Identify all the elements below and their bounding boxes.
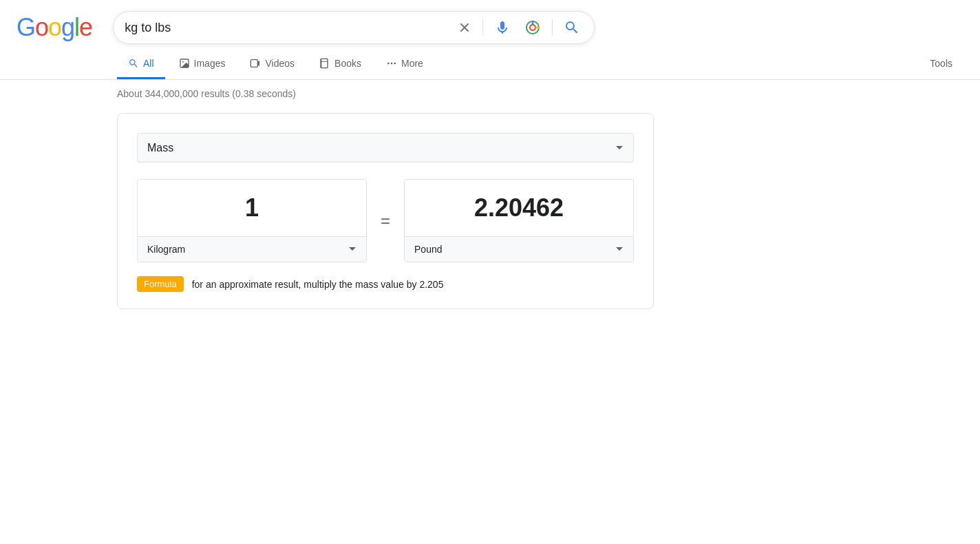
tab-books[interactable]: Books	[308, 50, 372, 79]
from-value-input[interactable]: 1	[138, 180, 366, 236]
search-divider	[482, 19, 483, 36]
svg-point-13	[394, 63, 396, 65]
equals-sign: =	[381, 211, 390, 231]
formula-row: Formula for an approximate result, multi…	[137, 276, 634, 292]
tab-more-label: More	[401, 58, 423, 69]
to-value-input[interactable]: 2.20462	[405, 180, 633, 236]
more-tab-icon	[386, 58, 397, 69]
search-submit-button[interactable]	[561, 17, 583, 39]
search-bar: kg to lbs	[113, 11, 595, 44]
results-info: About 344,000,000 results (0.38 seconds)	[0, 80, 980, 107]
visual-search-button[interactable]	[522, 17, 544, 39]
from-input-group: 1 Kilogram Gram Pound Ounce	[137, 179, 367, 262]
svg-point-5	[182, 61, 183, 63]
logo-letter-e: e	[79, 13, 92, 42]
tab-tools[interactable]: Tools	[919, 50, 963, 79]
search-submit-icon	[564, 19, 580, 36]
header: Google kg to lbs	[0, 0, 980, 44]
tab-all-label: All	[143, 58, 154, 69]
microphone-icon	[494, 19, 511, 36]
logo-letter-o2: o	[48, 13, 61, 42]
to-input-group: 2.20462 Pound Kilogram Gram Ounce	[404, 179, 634, 262]
search-divider-2	[552, 19, 553, 36]
tab-tools-label: Tools	[930, 58, 952, 69]
tab-more[interactable]: More	[375, 50, 434, 79]
all-tab-icon	[128, 58, 139, 69]
nav-tabs: All Images Videos	[0, 50, 980, 80]
clear-icon	[458, 21, 471, 34]
svg-point-11	[387, 63, 390, 65]
to-unit-select[interactable]: Pound Kilogram Gram Ounce	[405, 236, 633, 262]
category-select[interactable]: Mass Length Temperature Volume	[137, 133, 634, 163]
logo-letter-o1: o	[35, 13, 48, 42]
category-select-wrapper: Mass Length Temperature Volume	[137, 133, 634, 163]
converter-card: Mass Length Temperature Volume 1 Kilogra…	[117, 113, 654, 309]
logo-letter-l: l	[74, 13, 79, 42]
results-count: About 344,000,000 results (0.38 seconds)	[117, 88, 296, 99]
logo-letter-g: G	[17, 13, 35, 42]
images-tab-icon	[179, 58, 190, 69]
tab-videos[interactable]: Videos	[239, 50, 306, 79]
logo-letter-g2: g	[61, 13, 74, 42]
formula-badge: Formula	[137, 276, 184, 292]
tab-all[interactable]: All	[117, 50, 165, 79]
svg-point-12	[391, 63, 393, 65]
books-tab-icon	[319, 58, 330, 69]
tab-videos-label: Videos	[265, 58, 295, 69]
svg-rect-6	[251, 60, 258, 67]
videos-tab-icon	[250, 58, 261, 69]
converter-row: 1 Kilogram Gram Pound Ounce = 2.20462 Po…	[137, 179, 634, 262]
formula-text: for an approximate result, multiply the …	[192, 279, 444, 290]
clear-button[interactable]	[455, 18, 474, 37]
lens-icon	[524, 19, 541, 36]
tab-books-label: Books	[334, 58, 361, 69]
from-unit-select[interactable]: Kilogram Gram Pound Ounce	[138, 236, 366, 262]
svg-point-1	[530, 25, 535, 30]
search-bar-container: kg to lbs	[113, 11, 595, 44]
voice-search-button[interactable]	[491, 17, 513, 39]
svg-rect-8	[321, 59, 328, 67]
tab-images-label: Images	[194, 58, 226, 69]
tab-images[interactable]: Images	[168, 50, 237, 79]
search-icons	[455, 17, 583, 39]
google-logo[interactable]: Google	[17, 13, 92, 42]
search-input[interactable]: kg to lbs	[125, 21, 448, 35]
